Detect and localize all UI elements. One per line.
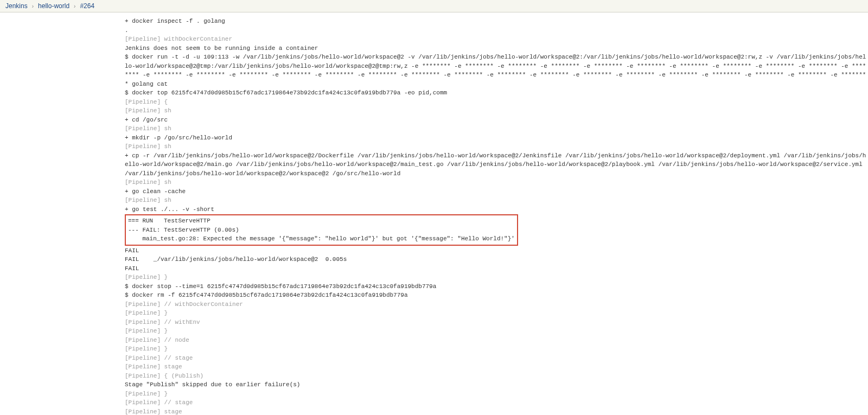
- console-line: Jenkins does not seem to be running insi…: [125, 44, 868, 53]
- console-line: [Pipeline] }: [125, 327, 868, 336]
- console-line: [Pipeline] // withDockerContainer: [125, 300, 868, 309]
- console-line: [Pipeline] sh: [125, 178, 868, 187]
- console-line: [Pipeline] // withEnv: [125, 318, 868, 327]
- console-line: [Pipeline] }: [125, 390, 868, 399]
- breadcrumb-project[interactable]: hello-world: [38, 2, 69, 10]
- breadcrumb-separator: ›: [32, 3, 34, 9]
- console-line: [Pipeline] sh: [125, 124, 868, 133]
- console-line: + mkdir -p /go/src/hello-world: [125, 133, 868, 143]
- console-line: FAIL: [125, 246, 868, 256]
- breadcrumb-build[interactable]: #264: [80, 2, 94, 10]
- console-line: [Pipeline] // stage: [125, 398, 868, 407]
- console-output: + docker inspect -f . golang.[Pipeline] …: [0, 12, 868, 415]
- console-line: FAIL _/var/lib/jenkins/jobs/hello-world/…: [125, 255, 868, 264]
- console-line: + go test ./... -v -short: [125, 205, 868, 214]
- console-line: .: [125, 26, 868, 35]
- console-line: [Pipeline] stage: [125, 407, 868, 416]
- console-line: [Pipeline] withDockerContainer: [125, 35, 868, 44]
- console-line: [Pipeline] // stage: [125, 354, 868, 363]
- console-line: === RUN TestServeHTTP: [128, 216, 515, 226]
- console-line: [Pipeline] }: [125, 344, 868, 354]
- console-line: + docker inspect -f . golang: [125, 17, 868, 26]
- console-line: + go clean -cache: [125, 187, 868, 196]
- console-line: $ docker top 6215fc4747d0d985b15cf67adc1…: [125, 88, 868, 98]
- console-line: [Pipeline] sh: [125, 106, 868, 116]
- console-line: $ docker stop --time=1 6215fc4747d0d985b…: [125, 282, 868, 291]
- console-line: $ docker run -t -d -u 109:113 -w /var/li…: [125, 53, 868, 88]
- console-line: $ docker rm -f 6215fc4747d0d985b15cf67ad…: [125, 291, 868, 300]
- console-line: FAIL: [125, 264, 868, 273]
- console-line: [Pipeline] sh: [125, 142, 868, 151]
- breadcrumb-root[interactable]: Jenkins: [5, 2, 28, 10]
- console-line: [Pipeline] { (Publish): [125, 372, 868, 381]
- console-line: main_test.go:28: Expected the message '{…: [128, 234, 515, 244]
- test-failure-highlight: === RUN TestServeHTTP--- FAIL: TestServe…: [125, 214, 518, 246]
- console-line: [Pipeline] }: [125, 273, 868, 282]
- console-line: --- FAIL: TestServeHTTP (0.00s): [128, 226, 515, 235]
- console-line: + cd /go/src: [125, 116, 868, 125]
- console-line: [Pipeline] stage: [125, 362, 868, 372]
- console-line: [Pipeline] sh: [125, 196, 868, 205]
- console-line: [Pipeline] {: [125, 98, 868, 107]
- console-line: Stage "Publish" skipped due to earlier f…: [125, 380, 868, 390]
- console-line: [Pipeline] }: [125, 309, 868, 318]
- console-line: [Pipeline] // node: [125, 336, 868, 345]
- breadcrumb-separator: ›: [74, 3, 75, 9]
- console-line: + cp -r /var/lib/jenkins/jobs/hello-worl…: [125, 151, 868, 178]
- breadcrumb: Jenkins › hello-world › #264: [0, 0, 868, 12]
